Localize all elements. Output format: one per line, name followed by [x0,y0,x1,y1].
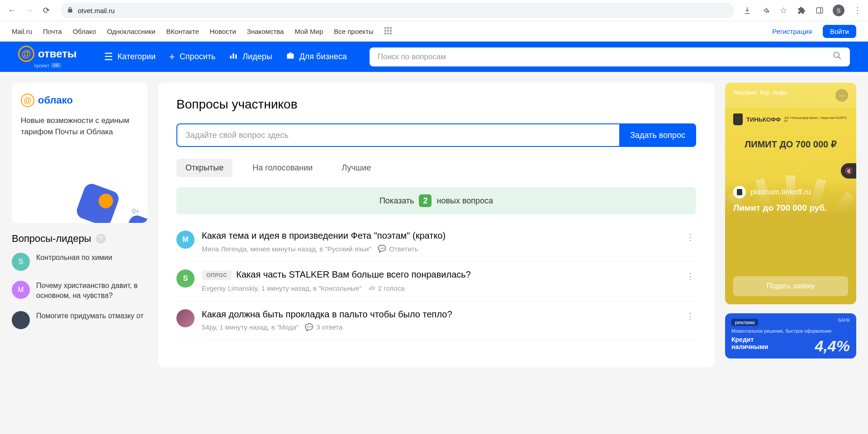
avatar[interactable]: М [176,231,194,249]
list-icon: ☰ [104,51,113,63]
bars-icon [229,51,238,63]
svg-rect-4 [235,54,237,58]
login-button[interactable]: Войти [823,25,856,38]
nav-mailru[interactable]: Mail.ru [12,28,32,35]
question-meta: Evgeniy Limanskiy, 1 минуту назад, в "Ко… [202,284,677,292]
leader-item[interactable]: Помогите придумать отмазку от [12,311,147,329]
question-action[interactable]: 💬Ответить [378,245,418,253]
ad-text: Новые возможности с единым тарифом Почты… [21,115,138,137]
age-rating: 0+ [132,208,139,215]
question-title[interactable]: Какая должна быть прокладка в пальто что… [202,309,677,320]
avatar: S [12,253,30,271]
menu-icon[interactable]: ⋮ [853,5,863,15]
ask-submit-button[interactable]: Задать вопрос [619,123,696,147]
nav-news[interactable]: Новости [210,28,236,35]
star-icon[interactable]: ☆ [778,5,788,15]
poll-icon [368,284,375,292]
tab-open[interactable]: Открытые [176,159,232,177]
svg-rect-3 [233,53,234,59]
cloud-ad[interactable]: @ облако Новые возможности с единым тари… [12,83,147,223]
help-icon[interactable]: ? [96,234,106,244]
at-icon: @ [21,94,34,107]
svg-line-6 [839,57,841,59]
ask-button[interactable]: + Спросить [169,51,215,63]
more-icon[interactable]: ⋮ [684,269,696,283]
nav-dating[interactable]: Знакомства [247,28,284,35]
categories-button[interactable]: ☰ Категории [104,51,156,63]
question-title[interactable]: ОПРОСКакая часть STALKER Вам больше всег… [202,269,677,280]
extensions-icon[interactable] [797,5,806,15]
reload-button[interactable]: ⟳ [40,4,52,17]
browser-bar: ← → ⟳ otvet.mail.ru ☆ S ⋮ [0,0,868,21]
nav-myworld[interactable]: Мой Мир [294,28,323,35]
search-box [370,47,850,66]
svg-point-5 [834,52,840,58]
mute-icon[interactable]: 🔇 [841,163,856,179]
apps-grid-icon[interactable] [384,27,393,35]
install-icon[interactable] [742,5,752,15]
question-meta: 54ру, 1 минуту назад, в "Мода" 💬3 ответа [202,323,677,331]
more-icon[interactable]: ⋮ [684,231,696,244]
page-title: Вопросы участников [176,97,696,112]
avatar[interactable]: S [176,269,194,288]
tinkoff-ad[interactable]: Реклама Юр. инфо ⋯ ТИНЬКОФФ АО «Тинькофф… [725,83,856,304]
ad-menu-icon[interactable]: ⋯ [835,89,848,102]
new-questions-banner[interactable]: Показать 2 новых вопроса [176,187,696,214]
nav-mail[interactable]: Почта [43,28,62,35]
platinum-shield-icon [733,186,746,198]
lock-icon [67,7,73,14]
plus-icon: + [169,51,175,63]
briefcase-icon [286,51,295,63]
share-icon[interactable] [760,5,770,15]
ask-input[interactable] [176,123,619,147]
avatar[interactable] [176,309,194,327]
poll-badge: ОПРОС [202,270,232,280]
tab-best[interactable]: Лучшие [332,159,380,177]
apply-button[interactable]: Подать заявку [733,276,848,296]
business-button[interactable]: Для бизнеса [286,51,347,63]
svg-rect-0 [816,8,823,13]
reply-icon: 💬 [378,245,386,253]
sidepanel-icon[interactable] [815,5,825,15]
tab-voting[interactable]: На голосовании [243,159,322,177]
ad-graphic [71,169,147,223]
leader-text: Контрольная по химии [36,253,112,271]
question-action[interactable]: 2 голоса [368,284,405,292]
leader-item[interactable]: S Контрольная по химии [12,253,147,271]
avatar [12,311,30,329]
forward-button[interactable]: → [23,4,35,17]
search-input[interactable] [378,52,833,61]
question-row: М Какая тема и идея в произведении Фета … [176,222,696,261]
ad-limit-text: ЛИМИТ ДО 700 000 ₽ [725,139,856,150]
svg-rect-8 [371,286,372,290]
leader-item[interactable]: М Почему христианство давит, в основном,… [12,281,147,301]
leader-text: Почему христианство давит, в основном, н… [36,281,147,301]
svg-rect-9 [373,287,375,290]
register-link[interactable]: Регистрация [772,28,812,35]
svg-rect-7 [369,288,370,290]
leader-text: Помогите придумать отмазку от [36,311,143,329]
answers-icon: 💬 [305,323,313,331]
blue-header: @ ответы проектVK ☰ Категории + Спросить… [0,42,868,72]
nav-ok[interactable]: Одноклассники [107,28,155,35]
question-row: Какая должна быть прокладка в пальто что… [176,301,696,340]
question-title[interactable]: Какая тема и идея в произведении Фета "п… [202,231,677,241]
credit-ad[interactable]: реклама БАНК Моментальное решение, быстр… [725,313,856,359]
logo-text: ответы [38,47,77,60]
shield-icon [733,113,743,125]
question-row: S ОПРОСКакая часть STALKER Вам больше вс… [176,261,696,301]
back-button[interactable]: ← [5,4,18,17]
more-icon[interactable]: ⋮ [684,309,696,323]
url-bar[interactable]: otvet.mail.ru [61,3,734,18]
leaders-button[interactable]: Лидеры [229,51,272,63]
url-text: otvet.mail.ru [78,7,115,14]
mailru-top-nav: Mail.ru Почта Облако Одноклассники ВКонт… [0,21,868,42]
nav-cloud[interactable]: Облако [73,28,96,35]
nav-vk[interactable]: ВКонтакте [166,28,199,35]
logo[interactable]: @ ответы проектVK [18,46,77,68]
profile-avatar[interactable]: S [833,5,844,16]
avatar: М [12,281,30,299]
search-icon[interactable] [833,51,842,62]
nav-all[interactable]: Все проекты [334,28,374,35]
question-action[interactable]: 💬3 ответа [305,323,342,331]
